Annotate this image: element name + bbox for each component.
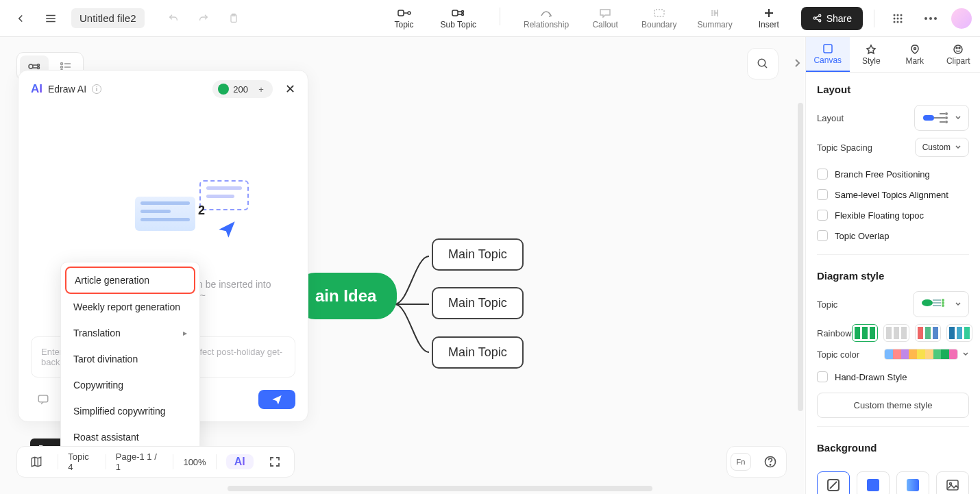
rainbow-opt-4[interactable] [946,324,972,342]
tab-clipart[interactable]: Clipart [937,37,981,72]
tool-callout[interactable]: Callout [589,8,621,29]
menu-button[interactable] [38,6,63,31]
bg-opt-none[interactable] [817,471,850,494]
add-credits-button[interactable]: + [255,83,267,95]
avatar[interactable] [951,8,972,29]
layout-select[interactable] [914,105,969,131]
topic-style-select[interactable] [913,291,969,317]
tool-summary[interactable]: Summary [697,8,732,29]
share-icon [812,13,822,23]
expand-panel-button[interactable] [791,53,803,73]
check-topic-overlap[interactable]: Topic Overlap [817,225,969,246]
grid-apps-button[interactable] [885,6,910,31]
separator [216,454,217,469]
ctx-item-weekly[interactable]: Weekly report generation [61,294,199,320]
topic-spacing-select[interactable]: Custom [915,138,969,157]
mark-tab-icon [909,44,920,55]
style-tab-icon [866,44,877,55]
node-topic-2[interactable]: Main Topic [432,287,524,319]
rainbow-options [852,324,972,342]
check-same-level[interactable]: Same-level Topics Alignment [817,184,969,205]
layout-heading: Layout [817,84,969,95]
chat-button[interactable] [31,387,56,412]
file-title[interactable]: Untitled file2 [71,8,145,28]
send-icon [271,394,282,405]
bg-opt-solid[interactable] [857,471,890,494]
undo-button[interactable] [161,6,186,31]
vertical-scrollbar[interactable] [798,103,803,411]
ctx-item-simplified[interactable]: Simplified copywriting [61,398,199,424]
ai-logo: AI [31,82,42,96]
zoom-level[interactable]: 100% [183,457,206,467]
node-main-idea[interactable]: ain Idea [295,273,397,319]
topic-color-label: Topic color [817,349,859,360]
ai-title: Edraw AI [48,84,86,95]
svg-rect-48 [907,479,919,491]
bottom-bar: Topic 4 Page-1 1 / 1 100% AI [16,446,295,478]
illustration [135,197,252,251]
svg-point-32 [758,59,765,66]
credits-pill[interactable]: 200 + [212,80,273,98]
bg-opt-image[interactable] [936,471,969,494]
tool-insert[interactable]: Insert [753,8,785,29]
clipboard-button[interactable] [221,6,246,31]
svg-point-23 [38,64,40,66]
check-hand-drawn[interactable]: Hand-Drawn Style [817,367,969,387]
tab-canvas[interactable]: Canvas [806,37,850,72]
send-button[interactable] [258,390,295,409]
divider [500,8,500,25]
page-indicator[interactable]: Page-1 1 / 1 [116,452,164,472]
search-button[interactable] [747,48,779,79]
node-topic-1[interactable]: Main Topic [432,238,524,271]
topic-count: Topic 4 [68,452,95,472]
svg-point-21 [934,17,937,20]
ctx-item-tarot[interactable]: Tarot divination [61,346,199,372]
layout-label: Layout [817,113,844,123]
custom-theme-button[interactable]: Custom theme style [817,393,969,418]
rainbow-opt-1[interactable] [852,324,878,342]
back-button[interactable] [8,6,33,31]
tool-boundary[interactable]: Boundary [641,8,676,29]
svg-point-52 [770,465,770,465]
fullscreen-button[interactable] [263,449,287,474]
help-button[interactable] [758,449,783,474]
separator [58,454,58,469]
summary-icon [708,8,722,18]
check-flexible-floating[interactable]: Flexible Floating topoc [817,205,969,225]
sub-topic-icon [452,8,465,18]
rainbow-opt-2[interactable] [883,324,909,342]
ctx-item-article[interactable]: Article generation [65,267,195,294]
svg-point-15 [901,17,903,19]
svg-point-36 [956,47,957,49]
tool-sub-topic[interactable]: Sub Topic [441,8,476,29]
info-icon[interactable]: i [92,84,101,94]
chevron-down-icon [955,301,961,308]
svg-rect-47 [867,479,879,491]
share-button[interactable]: Share [801,7,863,30]
svg-point-16 [894,21,896,23]
ctx-item-copywriting[interactable]: Copywriting [61,372,199,398]
ctx-item-translation[interactable]: Translation ▸ [61,320,199,346]
tab-mark[interactable]: Mark [893,37,937,72]
close-panel-button[interactable]: ✕ [285,82,295,97]
ai-shortcut[interactable]: AI [226,454,254,469]
horizontal-scrollbar[interactable] [228,486,652,491]
separator [106,454,106,469]
color-strip[interactable] [884,349,958,360]
rainbow-opt-3[interactable] [915,324,941,342]
check-branch-free[interactable]: Branch Free Positioning [817,164,969,184]
topic-icon [397,8,411,18]
svg-point-40 [945,116,948,119]
redo-button[interactable] [191,6,216,31]
diagram-style-heading: Diagram style [817,270,969,282]
node-topic-3[interactable]: Main Topic [432,336,524,369]
tab-style[interactable]: Style [850,37,894,72]
more-button[interactable] [918,6,943,31]
tool-topic[interactable]: Topic [389,8,420,29]
right-panel: Canvas Style Mark Clipart Layout Layout [805,37,980,494]
map-button[interactable] [24,449,48,474]
function-button[interactable]: Fn [731,453,751,471]
tool-relationship[interactable]: Relationship [524,8,569,29]
bg-opt-gradient[interactable] [896,471,929,494]
topic-spacing-label: Topic Spacing [817,143,872,153]
